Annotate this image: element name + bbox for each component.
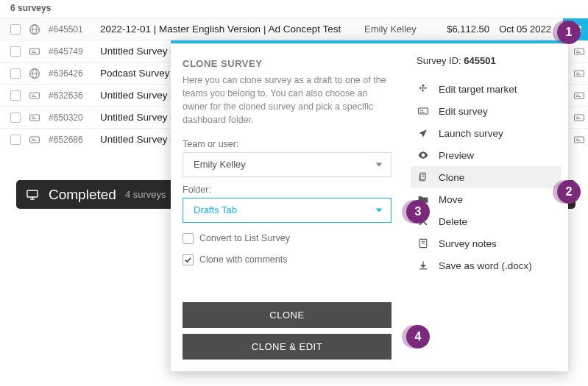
survey-owner: Emily Kelley xyxy=(364,24,431,35)
survey-id: #645749 xyxy=(49,46,93,57)
row-checkbox[interactable] xyxy=(10,112,21,123)
row-checkbox[interactable] xyxy=(10,68,21,79)
completed-count: 4 surveys xyxy=(125,189,166,200)
download-icon xyxy=(417,259,430,272)
survey-id: #652686 xyxy=(49,135,93,145)
launch-icon xyxy=(417,126,430,140)
card-icon xyxy=(28,133,41,146)
survey-price: $6,112.50 xyxy=(438,24,489,35)
card-icon xyxy=(28,45,41,58)
row-checkbox[interactable] xyxy=(10,24,21,35)
panel-description: Here you can clone survey as a draft to … xyxy=(183,74,392,127)
globe-icon xyxy=(28,67,41,80)
survey-id: #650320 xyxy=(49,112,93,123)
eye-icon xyxy=(417,149,430,162)
chevron-down-icon xyxy=(375,160,383,169)
row-action-icon[interactable] xyxy=(570,134,588,146)
folder-select-value: Drafts Tab xyxy=(194,204,237,215)
survey-count: 6 surveys xyxy=(0,0,588,18)
callout-1: 1 xyxy=(557,21,581,44)
survey-id: #636426 xyxy=(49,68,93,79)
checkbox-checked[interactable] xyxy=(183,254,194,265)
row-checkbox[interactable] xyxy=(10,90,21,101)
card-icon xyxy=(28,111,41,124)
clone-comments-checkbox-row[interactable]: Clone with comments xyxy=(183,254,392,265)
survey-title: 2022-12-01 | Master English Version | Ad… xyxy=(100,24,357,35)
menu-delete[interactable]: Delete xyxy=(411,210,561,232)
team-select[interactable]: Emily Kelley xyxy=(183,152,392,177)
clone-button[interactable]: CLONE xyxy=(183,302,392,328)
menu-survey-notes[interactable]: Survey notes xyxy=(411,232,561,254)
callout-4: 4 xyxy=(406,325,430,349)
folder-label: Folder: xyxy=(183,185,392,195)
note-icon xyxy=(417,237,430,250)
team-label: Team or user: xyxy=(183,139,392,149)
copy-icon xyxy=(417,171,430,184)
chevron-down-icon xyxy=(375,206,383,215)
menu-edit-survey[interactable]: Edit survey xyxy=(411,100,561,122)
row-checkbox[interactable] xyxy=(10,135,21,145)
callout-2: 2 xyxy=(557,180,581,204)
checkbox-unchecked[interactable] xyxy=(183,233,194,244)
folder-select[interactable]: Drafts Tab xyxy=(183,198,392,223)
menu-save-as-word[interactable]: Save as word (.docx) xyxy=(411,254,561,276)
menu-launch-survey[interactable]: Launch survey xyxy=(411,122,561,144)
convert-label: Convert to List Survey xyxy=(199,233,290,243)
survey-date: Oct 05 2022 xyxy=(497,24,556,35)
menu-move[interactable]: Move xyxy=(411,188,561,210)
card-icon xyxy=(417,104,430,118)
team-select-value: Emily Kelley xyxy=(194,159,246,170)
callout-3: 3 xyxy=(406,200,430,224)
card-icon xyxy=(28,89,41,102)
menu-preview[interactable]: Preview xyxy=(411,144,561,166)
clone-comments-label: Clone with comments xyxy=(199,254,288,265)
row-checkbox[interactable] xyxy=(10,46,21,57)
clone-edit-button[interactable]: CLONE & EDIT xyxy=(183,334,392,360)
row-action-icon[interactable] xyxy=(570,46,588,57)
presentation-icon xyxy=(25,187,40,202)
menu-edit-target-market[interactable]: Edit target market xyxy=(411,78,561,100)
survey-row[interactable]: #645501 2022-12-01 | Master English Vers… xyxy=(0,18,588,40)
survey-id: #645501 xyxy=(49,24,93,35)
row-action-icon[interactable] xyxy=(570,112,588,124)
convert-checkbox-row[interactable]: Convert to List Survey xyxy=(183,233,392,244)
row-action-icon[interactable] xyxy=(570,68,588,79)
survey-id-display: Survey ID: 645501 xyxy=(411,55,561,66)
row-action-icon[interactable] xyxy=(570,90,588,101)
panel-title: CLONE SURVEY xyxy=(183,58,392,69)
globe-icon xyxy=(28,23,41,36)
survey-id: #632636 xyxy=(49,90,93,101)
move-icon xyxy=(417,82,430,96)
clone-survey-panel: CLONE SURVEY Here you can clone survey a… xyxy=(171,40,568,371)
menu-clone[interactable]: Clone xyxy=(411,166,561,188)
completed-label: Completed xyxy=(49,187,116,203)
